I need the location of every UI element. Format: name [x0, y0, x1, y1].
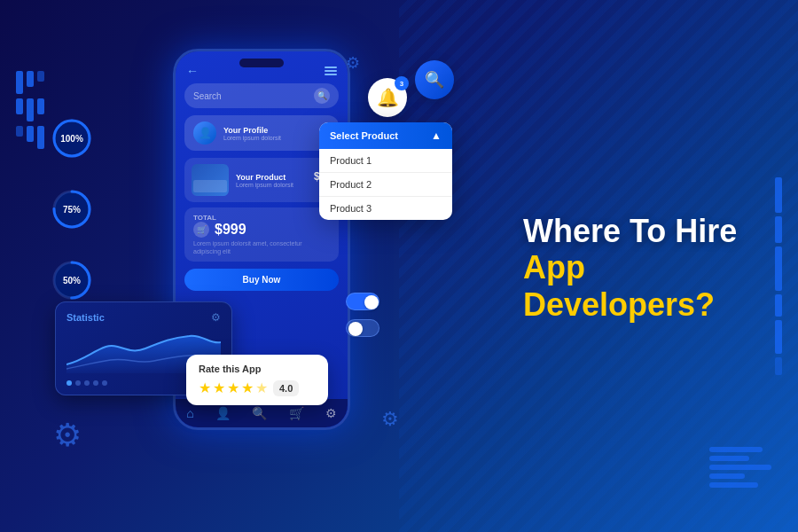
settings-nav-icon[interactable]: ⚙	[325, 406, 337, 420]
scene: 100% 75% 50% ←	[0, 0, 798, 532]
home-nav-icon[interactable]: ⌂	[186, 406, 193, 420]
product-subtitle: Lorem ipsum dolorsit	[236, 182, 307, 188]
headline-line2: App Developers?	[523, 249, 771, 323]
chevron-up-icon: ▲	[431, 129, 442, 142]
star-5[interactable]: ★	[255, 379, 268, 396]
bar-segment	[27, 98, 34, 121]
search-nav-icon[interactable]: 🔍	[252, 406, 267, 420]
statistic-gear-icon[interactable]: ⚙	[211, 311, 221, 324]
back-icon[interactable]: ←	[186, 64, 199, 78]
cart-nav-icon[interactable]: 🛒	[289, 406, 304, 420]
product-option-3[interactable]: Product 3	[319, 197, 452, 220]
toggle-1[interactable]	[346, 293, 379, 310]
profile-nav-icon[interactable]: 👤	[215, 406, 231, 420]
circle-75: 75%	[49, 186, 95, 232]
bar-segment	[37, 98, 44, 114]
bar-segment	[16, 71, 23, 94]
right-bar-decoration	[775, 177, 782, 375]
toggle-2[interactable]	[346, 319, 379, 337]
rbar-segment	[775, 357, 782, 375]
product-card[interactable]: Your Product Lorem ipsum dolorsit $99 X1	[184, 158, 339, 202]
rbar-segment	[775, 177, 782, 213]
headline-line1: Where To Hire	[523, 213, 771, 249]
profile-card[interactable]: 👤 Your Profile Lorem ipsum dolorsit ›	[184, 115, 339, 151]
headline-block: Where To Hire App Developers?	[523, 213, 771, 323]
star-2[interactable]: ★	[213, 379, 225, 396]
menu-icon[interactable]	[325, 66, 337, 75]
rbar-segment	[775, 246, 782, 291]
total-label: TOTAL	[193, 214, 330, 222]
search-icon[interactable]: 🔍	[314, 88, 330, 104]
floating-bell-button[interactable]: 🔔 3	[368, 78, 407, 117]
left-bar-decoration	[16, 71, 44, 149]
hbar-segment	[709, 447, 763, 452]
stat-dot	[102, 380, 107, 386]
rate-app-card: Rate this App ★ ★ ★ ★ ★ 4.0	[186, 355, 328, 405]
bell-badge: 3	[395, 76, 409, 90]
hbar-segment	[709, 473, 745, 479]
bar-segment	[27, 126, 34, 142]
rbar-segment	[775, 294, 782, 317]
stat-dot	[66, 380, 72, 386]
bar-segment	[37, 126, 44, 149]
circle-75-label: 75%	[49, 205, 95, 215]
hbar-segment	[709, 456, 749, 461]
floating-search-button[interactable]: 🔍	[415, 60, 454, 99]
search-placeholder: Search	[193, 91, 309, 101]
bar-segment	[16, 98, 23, 114]
search-icon: 🔍	[425, 70, 444, 90]
circle-100: 100%	[49, 115, 95, 161]
circle-50-label: 50%	[49, 276, 95, 286]
phone-notch	[239, 59, 284, 67]
circle-100-label: 100%	[49, 134, 95, 144]
bar-segment	[16, 126, 23, 137]
product-option-2[interactable]: Product 2	[319, 173, 452, 197]
star-1[interactable]: ★	[199, 379, 211, 396]
profile-subtitle: Lorem ipsum dolorsit	[223, 135, 319, 141]
star-3[interactable]: ★	[227, 379, 239, 396]
circle-50: 50%	[49, 257, 95, 303]
gear-decoration-1: ⚙	[53, 417, 82, 454]
bell-icon: 🔔	[377, 87, 399, 108]
stat-dot	[93, 380, 98, 386]
profile-name: Your Profile	[223, 126, 319, 135]
product-thumbnail	[192, 164, 229, 196]
hbar-segment	[709, 465, 771, 470]
bar-segment	[27, 71, 34, 87]
avatar: 👤	[193, 121, 216, 145]
star-4[interactable]: ★	[241, 379, 254, 396]
toggle-group	[346, 293, 379, 337]
product-option-1[interactable]: Product 1	[319, 149, 452, 173]
statistic-title: Statistic	[66, 312, 105, 323]
phone-topbar: ←	[176, 51, 348, 83]
cart-icon: 🛒	[193, 222, 209, 238]
stars-row: ★ ★ ★ ★ ★ 4.0	[199, 379, 316, 396]
profile-info: Your Profile Lorem ipsum dolorsit	[223, 126, 319, 141]
select-product-header: Select Product ▲	[319, 122, 452, 149]
statistic-header: Statistic ⚙	[66, 311, 221, 324]
toggle-1-knob	[364, 295, 379, 309]
rate-score: 4.0	[273, 380, 299, 396]
total-value: $999	[215, 222, 246, 238]
rate-app-title: Rate this App	[199, 364, 316, 374]
gear-decoration-3: ⚙	[346, 53, 360, 73]
bar-segment	[37, 71, 44, 82]
rbar-segment	[775, 216, 782, 243]
rbar-segment	[775, 320, 782, 354]
stat-dot	[84, 380, 90, 386]
total-description: Lorem ipsum dolorsit amet, consectetur a…	[193, 239, 330, 255]
total-amount: 🛒 $999	[193, 222, 330, 238]
phone-search-bar[interactable]: Search 🔍	[184, 83, 339, 108]
select-product-dropdown[interactable]: Select Product ▲ Product 1 Product 2 Pro…	[319, 122, 452, 220]
circle-indicators: 100% 75% 50%	[49, 115, 95, 303]
select-product-title: Select Product	[330, 130, 398, 141]
bottom-right-bars	[709, 447, 771, 488]
buy-now-button[interactable]: Buy Now	[184, 269, 339, 291]
gear-decoration-2: ⚙	[381, 408, 399, 431]
stat-dot	[75, 380, 81, 386]
total-card: TOTAL 🛒 $999 Lorem ipsum dolorsit amet, …	[184, 207, 339, 262]
hbar-segment	[709, 482, 758, 488]
product-details: Your Product Lorem ipsum dolorsit	[236, 173, 307, 188]
product-name: Your Product	[236, 173, 307, 182]
toggle-2-knob	[348, 322, 363, 336]
